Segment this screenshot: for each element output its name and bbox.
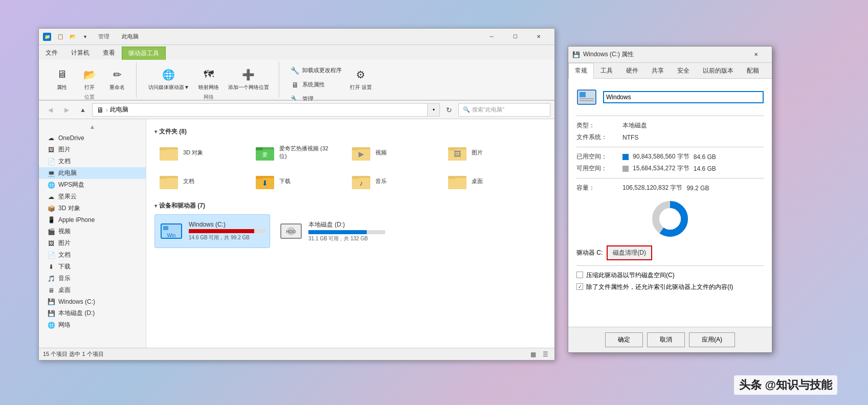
- ribbon-btn-open[interactable]: 📂 打开: [77, 64, 102, 94]
- wps-icon: 🌐: [47, 181, 55, 189]
- disk-clean-button[interactable]: 磁盘清理(D): [607, 245, 652, 260]
- add-network-label: 添加一个网络位置: [228, 84, 269, 91]
- free-gb: 14.6 GB: [694, 165, 716, 172]
- 3d-objects-icon: 📦: [47, 205, 55, 213]
- props-tab-sharing[interactable]: 共享: [645, 63, 671, 78]
- sidebar-item-documents[interactable]: 📄 文档: [39, 155, 146, 167]
- tab-computer[interactable]: 计算机: [64, 46, 96, 59]
- close-button[interactable]: ✕: [527, 29, 550, 45]
- ribbon-btn-properties[interactable]: 🖥 属性: [49, 64, 75, 94]
- folder-desktop[interactable]: 桌面: [443, 169, 535, 193]
- sidebar-item-local-d[interactable]: 💾 本地磁盘 (D:): [39, 307, 146, 319]
- search-box[interactable]: 🔍 搜索"此电脑": [458, 103, 550, 117]
- sidebar-item-pics2[interactable]: 🖼 图片: [39, 237, 146, 249]
- donut-container: [576, 198, 764, 239]
- qa-btn-2[interactable]: 📂: [68, 32, 78, 41]
- svg-point-44: [659, 208, 681, 230]
- props-cancel-button[interactable]: 取消: [647, 332, 685, 347]
- folder-downloads[interactable]: ⬇ 下载: [251, 169, 343, 193]
- properties-window: 💾 Windows (C:) 属性 ✕ 常规 工具 硬件 共享 安全 以前的版本…: [568, 46, 772, 353]
- search-icon: 🔍: [463, 106, 470, 113]
- location-buttons: 🖥 属性 📂 打开 ✏ 重命名: [49, 64, 130, 94]
- props-tab-hardware[interactable]: 硬件: [619, 63, 645, 78]
- sidebar-item-pictures[interactable]: 🖼 图片: [39, 144, 146, 155]
- sidebar-label-iphone: Apple iPhone: [58, 216, 95, 223]
- props-tab-tools[interactable]: 工具: [594, 63, 619, 78]
- network-buttons: 🌐 访问媒体驱动器▼ 🗺 映射网络 ➕ 添加一个网络位置: [145, 64, 273, 94]
- devices-section-header[interactable]: ▾ 设备和驱动器 (7): [154, 201, 546, 210]
- props-apply-button[interactable]: 应用(A): [689, 332, 735, 347]
- sidebar-item-music[interactable]: 🎵 音乐: [39, 273, 146, 284]
- props-row-free: 可用空间： 15,684,534,272 字节 14.6 GB: [576, 164, 764, 173]
- props-tab-general[interactable]: 常规: [568, 63, 594, 79]
- props-tab-security[interactable]: 安全: [671, 63, 696, 78]
- ribbon-btn-system-props[interactable]: 🖥 系统属性: [287, 78, 344, 92]
- minimize-button[interactable]: ─: [480, 29, 503, 45]
- ribbon-btn-settings[interactable]: ⚙ 打开 设置: [346, 64, 375, 106]
- qa-btn-dropdown[interactable]: ▾: [80, 32, 90, 41]
- explorer-title-bar: 📁 📋 📂 ▾ 管理 此电脑 ─ ☐ ✕: [39, 29, 554, 45]
- back-button[interactable]: ◀: [43, 103, 57, 117]
- ribbon-btn-map-network[interactable]: 🗺 映射网络: [195, 64, 222, 94]
- sidebar-item-downloads[interactable]: ⬇ 下载: [39, 261, 146, 273]
- folders-section-header[interactable]: ▾ 文件夹 (8): [154, 127, 546, 136]
- props-ok-button[interactable]: 确定: [605, 332, 643, 347]
- up-button[interactable]: ▲: [76, 103, 90, 117]
- sidebar-item-videos[interactable]: 🎬 视频: [39, 226, 146, 237]
- sidebar-item-onedrive[interactable]: ☁ OneDrive: [39, 132, 146, 144]
- folder-music[interactable]: ♪ 音乐: [347, 169, 439, 193]
- ribbon-btn-access-media[interactable]: 🌐 访问媒体驱动器▼: [145, 64, 193, 94]
- sidebar-item-this-pc[interactable]: 💻 此电脑: [39, 167, 146, 179]
- sidebar-label-3d: 3D 对象: [58, 204, 80, 213]
- qa-btn-1[interactable]: 📋: [55, 32, 65, 41]
- refresh-button[interactable]: ↻: [442, 103, 456, 117]
- view-icon-btn[interactable]: ▦: [528, 349, 538, 359]
- props-close-button[interactable]: ✕: [744, 47, 768, 63]
- sidebar-item-jianguoyun[interactable]: ☁ 坚果云: [39, 191, 146, 202]
- checkbox-compress[interactable]: [576, 272, 583, 278]
- props-row-filesystem: 文件系统： NTFS: [576, 133, 764, 142]
- sidebar-item-network[interactable]: 🌐 网络: [39, 319, 146, 331]
- tab-file[interactable]: 文件: [39, 46, 64, 59]
- folder-music-label: 音乐: [375, 177, 387, 185]
- props-drive-icon: [576, 87, 597, 107]
- videos-icon: 🎬: [47, 228, 55, 236]
- drive-local-d[interactable]: HDD 本地磁盘 (D:) 31.1 GB 可用，共 132 GB: [274, 214, 390, 248]
- sidebar-label-documents: 文档: [58, 157, 71, 166]
- folders-section-label: 文件夹 (8): [159, 127, 187, 136]
- props-tab-previous[interactable]: 以前的版本: [696, 63, 740, 78]
- sidebar-item-3d-objects[interactable]: 📦 3D 对象: [39, 202, 146, 214]
- sidebar-item-windows-c[interactable]: 💾 Windows (C:): [39, 296, 146, 307]
- folder-pictures[interactable]: 🖼 图片: [443, 140, 535, 165]
- sidebar-scroll-up[interactable]: ▲: [39, 121, 146, 132]
- props-tab-quota[interactable]: 配额: [740, 63, 766, 78]
- sidebar-item-apple-iphone[interactable]: 📱 Apple iPhone: [39, 214, 146, 226]
- folder-videos[interactable]: ▶ 视频: [347, 140, 439, 165]
- sidebar-item-desktop[interactable]: 🖥 桌面: [39, 284, 146, 296]
- tab-drive-tools[interactable]: 驱动器工具: [122, 47, 166, 60]
- folder-aiqiyi[interactable]: 爱 爱奇艺热播视频 (32 位): [251, 140, 343, 165]
- view-list-btn[interactable]: ☰: [540, 349, 550, 359]
- total-gb: 99.2 GB: [686, 185, 709, 192]
- sidebar-item-wps[interactable]: 🌐 WPS网盘: [39, 179, 146, 191]
- maximize-button[interactable]: ☐: [503, 29, 527, 45]
- uninstall-icon: 🔧: [290, 65, 300, 76]
- ribbon-btn-uninstall[interactable]: 🔧 卸载或更改程序: [287, 64, 344, 77]
- checkbox-index[interactable]: [576, 283, 583, 290]
- drive-windows-c[interactable]: Win Windows (C:) 14.6 GB 可用，共 99.2 GB: [154, 214, 270, 248]
- address-input[interactable]: 🖥 › 此电脑: [92, 103, 428, 117]
- props-name-input[interactable]: [603, 91, 764, 103]
- rename-label: 重命名: [109, 84, 125, 91]
- ribbon-btn-rename[interactable]: ✏ 重命名: [104, 64, 130, 94]
- tab-view[interactable]: 查看: [96, 46, 122, 59]
- address-separator: ›: [106, 106, 108, 114]
- address-dropdown-btn[interactable]: ▾: [428, 103, 440, 117]
- folder-3d-objects[interactable]: 3D 对象: [154, 140, 247, 165]
- forward-button[interactable]: ▶: [59, 103, 74, 117]
- folder-documents[interactable]: 文档: [154, 169, 247, 193]
- ribbon-tabs: 文件 计算机 查看 驱动器工具: [39, 45, 554, 59]
- svg-rect-17: [160, 176, 167, 179]
- sidebar-item-docs2[interactable]: 📄 文档: [39, 249, 146, 261]
- props-title-text: Windows (C:) 属性: [583, 50, 634, 59]
- ribbon-btn-add-network[interactable]: ➕ 添加一个网络位置: [225, 64, 273, 94]
